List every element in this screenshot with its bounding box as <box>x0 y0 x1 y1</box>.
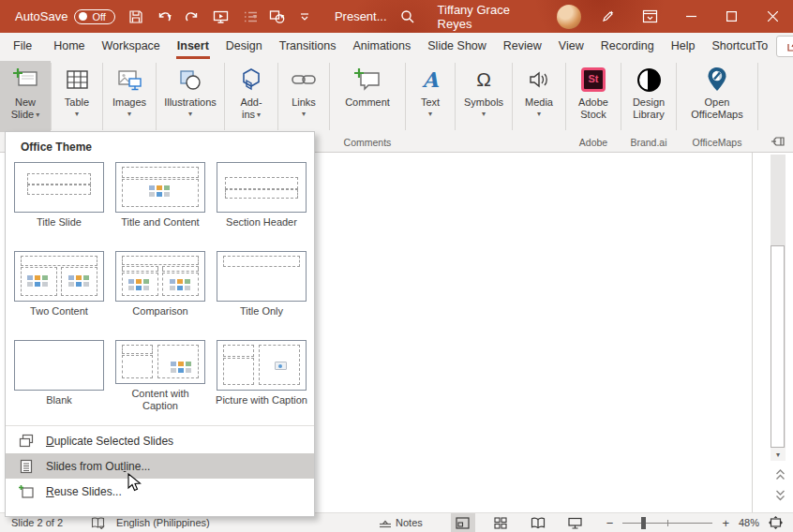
symbols-button[interactable]: Ω Symbols ▾ <box>456 61 512 132</box>
links-button[interactable]: Links ▾ <box>278 61 329 132</box>
avatar[interactable] <box>551 0 587 33</box>
text-label: Text <box>421 96 440 109</box>
comment-icon <box>353 65 382 95</box>
zoom-level[interactable]: 48% <box>733 517 763 528</box>
group-label-adobe: Adobe <box>566 137 621 148</box>
title-bar: AutoSave Off ▾ <box>0 0 793 33</box>
document-title: Present... <box>335 9 387 23</box>
zoom-slider[interactable] <box>622 513 712 532</box>
vertical-scrollbar[interactable]: ▾ <box>771 155 786 461</box>
powerpoint-window: AutoSave Off ▾ <box>0 0 793 532</box>
layout-title-slide[interactable]: Title Slide <box>14 162 104 235</box>
new-slide-button[interactable]: New Slide▾ <box>0 61 51 132</box>
new-slide-label: New Slide <box>11 96 36 120</box>
notes-button[interactable]: Notes <box>373 513 428 532</box>
pane-divider <box>752 153 753 512</box>
previous-slide-button[interactable] <box>772 466 787 483</box>
tab-help[interactable]: Help <box>663 33 704 59</box>
chevron-down-icon: ▾ <box>537 111 541 118</box>
redo-icon[interactable] <box>184 8 201 25</box>
share-button[interactable] <box>776 36 793 57</box>
fit-slide-to-window-icon[interactable] <box>763 513 787 532</box>
tab-file[interactable]: File <box>0 33 45 59</box>
pen-icon[interactable] <box>587 0 629 33</box>
tab-review[interactable]: Review <box>495 33 550 59</box>
adobe-stock-button[interactable]: St Adobe Stock <box>566 61 621 132</box>
pin-ribbon-icon[interactable] <box>771 136 786 149</box>
layout-blank[interactable]: Blank <box>14 340 104 413</box>
media-button[interactable]: Media ▾ <box>513 61 565 132</box>
start-slideshow-icon[interactable] <box>213 8 230 25</box>
open-officemaps-button[interactable]: Open OfficeMaps <box>677 61 757 132</box>
design-library-button[interactable]: Design Library <box>621 61 676 132</box>
zoom-in-icon[interactable]: + <box>718 516 733 530</box>
tab-view[interactable]: View <box>550 33 592 59</box>
save-icon[interactable] <box>127 8 144 25</box>
design-library-icon <box>637 65 661 95</box>
text-button[interactable]: A Text ▾ <box>406 61 455 132</box>
links-label: Links <box>292 96 316 109</box>
tab-workspace[interactable]: Workspace <box>94 33 169 59</box>
tab-recording[interactable]: Recording <box>592 33 663 59</box>
add-ins-button[interactable]: Add-ins▾ <box>225 61 277 132</box>
layout-two-content[interactable]: Two Content <box>14 251 104 324</box>
reuse-slides-icon <box>18 483 34 499</box>
tab-animations[interactable]: Animations <box>344 33 419 59</box>
ribbon-tabs: File Home Workspace Insert Design Transi… <box>0 33 793 59</box>
menu-item-label: Reuse Slides... <box>46 485 122 498</box>
dropdown-header: Office Theme <box>6 132 314 155</box>
customize-quick-access-icon[interactable] <box>296 8 313 25</box>
notes-label: Notes <box>396 517 423 528</box>
layout-section-header[interactable]: Section Header <box>217 162 307 235</box>
layout-title-only[interactable]: Title Only <box>217 251 307 324</box>
slideshow-view-button[interactable] <box>563 513 588 532</box>
autosave-pill[interactable]: Off <box>74 9 114 24</box>
group-separator <box>757 63 758 130</box>
normal-view-button[interactable] <box>451 513 475 532</box>
next-slide-button[interactable] <box>772 487 787 504</box>
media-icon <box>528 65 550 95</box>
close-button[interactable] <box>753 0 793 33</box>
menu-item-reuse-slides[interactable]: Reuse Slides... <box>6 479 314 504</box>
layout-title-and-content[interactable]: Title and Content <box>115 162 205 235</box>
menu-item-duplicate-selected-slides[interactable]: Duplicate Selected Slides <box>6 428 314 453</box>
zoom-out-icon[interactable]: − <box>603 516 618 530</box>
undo-dropdown-chevron-icon[interactable]: ▾ <box>168 13 172 21</box>
ribbon-display-options-icon[interactable] <box>629 0 671 33</box>
new-slide-dropdown: Office Theme Title Slide Title and Conte… <box>5 131 315 517</box>
shapes-dropdown-chevron-icon[interactable]: ▾ <box>280 13 284 21</box>
autosave-label: AutoSave <box>15 9 67 23</box>
tab-shortcutto[interactable]: ShortcutTo <box>703 33 776 59</box>
tab-design[interactable]: Design <box>217 33 271 59</box>
menu-item-slides-from-outline[interactable]: Slides from Outline... <box>6 453 314 479</box>
tab-transitions[interactable]: Transitions <box>271 33 345 59</box>
symbols-label: Symbols <box>464 96 503 109</box>
search-icon[interactable] <box>387 0 428 33</box>
layout-content-with-caption[interactable]: Content with Caption <box>115 340 205 413</box>
user-name[interactable]: Tiffany Grace Reyes <box>428 0 551 33</box>
illustrations-icon <box>178 65 202 95</box>
layout-picture-with-caption[interactable]: Picture with Caption <box>217 340 307 413</box>
minimize-button[interactable] <box>671 0 711 33</box>
images-button[interactable]: Images ▾ <box>103 61 156 132</box>
media-label: Media <box>525 96 553 109</box>
reading-view-button[interactable] <box>526 513 550 532</box>
slide-sorter-view-button[interactable] <box>488 513 513 532</box>
table-button[interactable]: Table ▾ <box>52 61 102 132</box>
tab-home[interactable]: Home <box>45 33 93 59</box>
comment-button[interactable]: Comment <box>330 61 405 132</box>
comment-label: Comment <box>345 96 390 109</box>
autosave-toggle[interactable]: AutoSave Off <box>15 9 115 24</box>
scrollbar-thumb[interactable] <box>771 245 785 448</box>
tab-slide-show[interactable]: Slide Show <box>419 33 495 59</box>
tab-insert[interactable]: Insert <box>169 33 217 59</box>
scrollbar-down-arrow[interactable]: ▾ <box>771 448 786 461</box>
layout-gallery: Title Slide Title and Content Section He… <box>14 162 314 413</box>
zoom-slider-thumb[interactable] <box>641 517 646 529</box>
table-icon <box>66 65 89 95</box>
maximize-button[interactable] <box>711 0 752 33</box>
new-slide-icon <box>12 65 38 95</box>
layout-comparison[interactable]: Comparison <box>115 251 205 324</box>
illustrations-button[interactable]: Illustrations ▾ <box>157 61 224 132</box>
group-label-brandai: Brand.ai <box>621 137 676 148</box>
